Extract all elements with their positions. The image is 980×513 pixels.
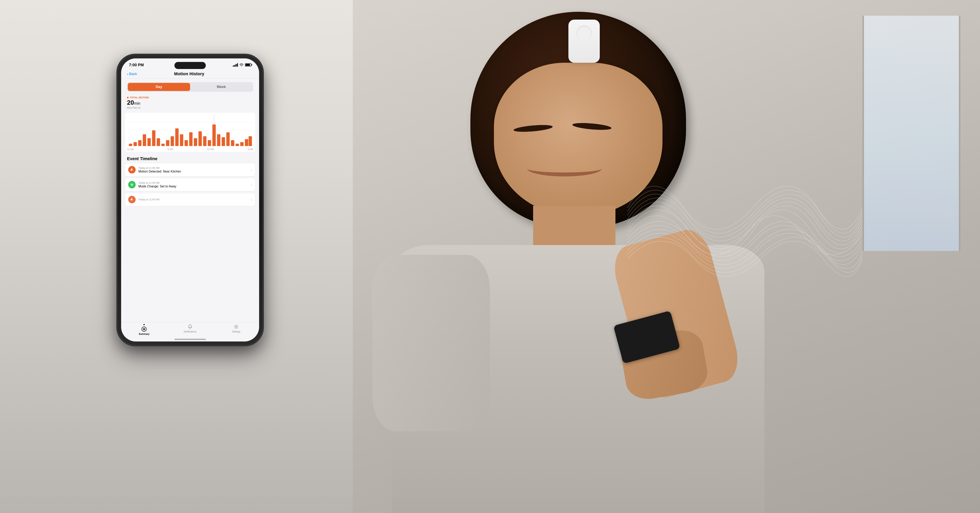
signal-icon [233, 63, 238, 67]
event-content-1: Today at 11:45 AM Motion Detected: Near … [138, 166, 251, 173]
settings-icon [234, 324, 239, 330]
svg-rect-26 [222, 137, 225, 146]
summary-icon [141, 327, 147, 332]
signal-bar-1 [233, 65, 234, 67]
svg-rect-19 [189, 132, 192, 146]
event-time-2: Today at 11:00 AM [138, 181, 251, 184]
chart-label-6am: 6 AM [167, 148, 173, 151]
event-icon-mode-2 [128, 181, 136, 188]
svg-rect-8 [138, 140, 142, 146]
person-photo-area [353, 0, 980, 513]
svg-point-35 [213, 124, 215, 126]
svg-point-39 [132, 198, 132, 199]
event-list: Today at 11:45 AM Motion Detected: Near … [121, 163, 259, 341]
chart-labels: 12 AM 6 AM 12 PM 6 PM [127, 148, 253, 151]
wave-decoration [627, 157, 862, 314]
svg-rect-7 [134, 142, 137, 146]
svg-rect-6 [129, 144, 132, 146]
svg-rect-14 [166, 140, 169, 146]
svg-rect-17 [180, 134, 183, 146]
motion-label: TOTAL MOTION [127, 96, 253, 99]
svg-rect-28 [231, 140, 234, 146]
week-toggle-button[interactable]: Week [190, 83, 253, 91]
svg-rect-16 [175, 128, 178, 146]
event-desc-1: Motion Detected: Near Kitchen [138, 170, 251, 173]
svg-rect-20 [194, 138, 197, 146]
event-content-3: Today at 11:00 AM [138, 198, 251, 201]
tab-active-indicator [143, 324, 145, 325]
tab-bar: Summary Notifications [121, 322, 259, 341]
summary-svg-icon [141, 327, 147, 332]
event-item-2[interactable]: Today at 11:00 AM Mode Change: Set to Aw… [125, 178, 255, 191]
event-content-2: Today at 11:00 AM Mode Change: Set to Aw… [138, 181, 251, 188]
svg-rect-18 [185, 140, 188, 146]
wifi-icon [240, 63, 243, 67]
person-mouth [527, 161, 602, 177]
event-icon-motion-3 [128, 196, 136, 203]
battery-fill [246, 64, 250, 66]
notifications-icon [188, 324, 193, 330]
svg-point-43 [143, 328, 145, 330]
event-icon-motion-1 [128, 166, 136, 174]
tab-summary[interactable]: Summary [121, 324, 167, 335]
event-chevron-2: › [251, 183, 252, 187]
back-button[interactable]: ‹ Back [127, 72, 137, 76]
motion-value-display: 20min [127, 99, 253, 106]
event-timeline-title: Event Timeline [121, 153, 259, 163]
back-label: Back [129, 72, 137, 76]
event-time-3: Today at 11:00 AM [138, 198, 251, 201]
event-item-3[interactable]: Today at 11:00 AM › [125, 193, 255, 206]
svg-rect-13 [161, 144, 165, 146]
person-left-arm [372, 255, 490, 431]
chart-svg [127, 115, 253, 146]
scrollable-area: Day Week TOTAL MOTION 20min Mon Feb 22 [121, 79, 259, 341]
svg-rect-31 [245, 139, 248, 146]
chart-label-6pm: 6 PM [248, 148, 253, 151]
svg-point-44 [235, 326, 237, 328]
svg-rect-21 [199, 131, 202, 146]
page-title: Motion History [174, 71, 204, 76]
day-toggle-button[interactable]: Day [128, 83, 190, 91]
motion-person-icon [130, 168, 134, 172]
svg-rect-32 [248, 136, 252, 146]
svg-rect-30 [240, 142, 243, 146]
svg-rect-15 [171, 136, 174, 146]
tab-settings-label: Settings [232, 330, 240, 333]
chart-label-12am: 12 AM [127, 148, 134, 151]
svg-point-37 [132, 168, 132, 169]
screen-content: ‹ Back Motion History Day Week TOTAL MOT… [121, 69, 259, 341]
event-item-1[interactable]: Today at 11:45 AM Motion Detected: Near … [125, 163, 255, 176]
tab-notifications[interactable]: Notifications [167, 324, 213, 333]
svg-point-0 [241, 66, 242, 67]
mode-change-icon [130, 183, 134, 186]
svg-rect-12 [157, 138, 160, 146]
motion-chart: 12 AM 6 AM 12 PM 6 PM [125, 113, 255, 152]
svg-rect-27 [226, 132, 230, 146]
motion-unit: min [134, 101, 140, 105]
day-week-toggle[interactable]: Day Week [127, 82, 253, 92]
signal-bar-2 [234, 65, 235, 67]
signal-bar-4 [237, 63, 238, 67]
wall-sensor [568, 20, 600, 63]
motion-date: Mon Feb 22 [127, 106, 253, 109]
nav-bar: ‹ Back Motion History [121, 69, 259, 79]
svg-rect-9 [143, 134, 146, 146]
battery-icon [245, 63, 251, 67]
signal-bar-3 [235, 64, 237, 67]
window [862, 16, 960, 251]
home-indicator [175, 339, 206, 340]
event-chevron-1: › [251, 167, 252, 172]
back-chevron-icon: ‹ [127, 72, 128, 76]
event-time-1: Today at 11:45 AM [138, 166, 251, 169]
bell-icon [188, 324, 193, 330]
tab-settings[interactable]: Settings [213, 324, 259, 333]
chart-label-12pm: 12 PM [207, 148, 214, 151]
phone: 7:00 PM [118, 55, 262, 345]
tab-summary-label: Summary [139, 333, 150, 335]
tab-notifications-label: Notifications [184, 330, 196, 333]
svg-rect-22 [203, 136, 207, 146]
phone-screen: 7:00 PM [121, 58, 259, 341]
svg-point-38 [131, 184, 133, 185]
svg-rect-23 [208, 140, 211, 146]
status-icons [233, 63, 251, 67]
